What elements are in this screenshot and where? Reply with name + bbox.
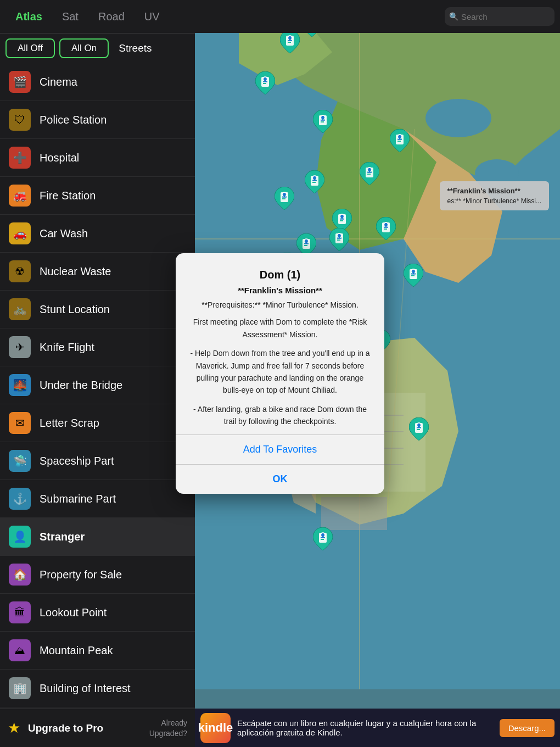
modal-mission: **Franklin's Mission** bbox=[190, 286, 370, 295]
add-to-favorites-button[interactable]: Add To Favorites bbox=[190, 435, 370, 464]
ok-button[interactable]: OK bbox=[190, 465, 370, 494]
modal-body1: First meeting place with Dom to complete… bbox=[190, 316, 370, 341]
modal-body3: - After landing, grab a bike and race Do… bbox=[190, 403, 370, 428]
modal-body2: - Help Dom down from the tree and you'll… bbox=[190, 347, 370, 397]
modal-box: Dom (1) **Franklin's Mission** **Prerequ… bbox=[176, 253, 384, 493]
modal-prereq: **Prerequisites:** *Minor Turbulence* Mi… bbox=[190, 300, 370, 309]
modal-overlay: Dom (1) **Franklin's Mission** **Prerequ… bbox=[0, 0, 560, 747]
modal-title: Dom (1) bbox=[190, 269, 370, 281]
